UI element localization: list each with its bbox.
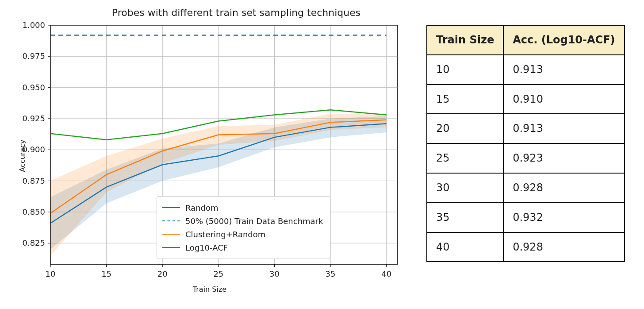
legend: Random50% (5000) Train Data BenchmarkClu… — [157, 196, 330, 259]
svg-text:1.000: 1.000 — [22, 21, 45, 30]
legend-item: Random — [162, 201, 323, 214]
svg-text:0.950: 0.950 — [22, 83, 45, 92]
table-row: 100.913 — [427, 55, 625, 85]
legend-label: 50% (5000) Train Data Benchmark — [185, 216, 323, 226]
legend-label: Clustering+Random — [185, 230, 265, 239]
svg-text:10: 10 — [46, 269, 56, 278]
table-row: 150.910 — [427, 85, 625, 114]
table-row: 350.932 — [427, 203, 625, 232]
table-row: 300.928 — [427, 173, 625, 203]
legend-label: Random — [185, 203, 218, 212]
table-header-acc: Acc. (Log10-ACF) — [503, 25, 624, 55]
svg-text:0.825: 0.825 — [22, 238, 45, 247]
legend-item: 50% (5000) Train Data Benchmark — [162, 214, 323, 228]
svg-text:35: 35 — [326, 269, 336, 278]
chart-column: Probes with different train set sampling… — [11, 7, 409, 291]
svg-text:40: 40 — [381, 269, 391, 278]
x-axis-label: Train Size — [11, 285, 409, 294]
table-row: 400.928 — [427, 232, 625, 262]
legend-label: Log10-ACF — [185, 243, 228, 252]
svg-text:0.875: 0.875 — [22, 176, 45, 185]
svg-text:25: 25 — [213, 269, 223, 278]
table-header-trainsize: Train Size — [427, 25, 503, 55]
legend-item: Log10-ACF — [162, 241, 323, 254]
table-row: 250.923 — [427, 143, 625, 173]
legend-item: Clustering+Random — [162, 228, 323, 241]
table-header-row: Train Size Acc. (Log10-ACF) — [427, 25, 625, 55]
table-column: Train Size Acc. (Log10-ACF) 100.913150.9… — [426, 7, 625, 262]
data-table: Train Size Acc. (Log10-ACF) 100.913150.9… — [426, 25, 625, 262]
svg-text:0.925: 0.925 — [22, 114, 45, 123]
table-row: 200.913 — [427, 114, 625, 143]
svg-text:30: 30 — [269, 269, 280, 278]
svg-text:15: 15 — [101, 269, 111, 278]
svg-text:0.975: 0.975 — [22, 51, 45, 61]
chart-title: Probes with different train set sampling… — [64, 7, 409, 18]
svg-text:0.850: 0.850 — [22, 207, 45, 216]
y-axis-label: Accuracy — [18, 139, 27, 172]
figure-layout: Probes with different train set sampling… — [11, 7, 633, 291]
chart-stage: Accuracy 101520253035400.8250.8500.8750.… — [11, 21, 409, 291]
svg-text:20: 20 — [157, 269, 168, 278]
